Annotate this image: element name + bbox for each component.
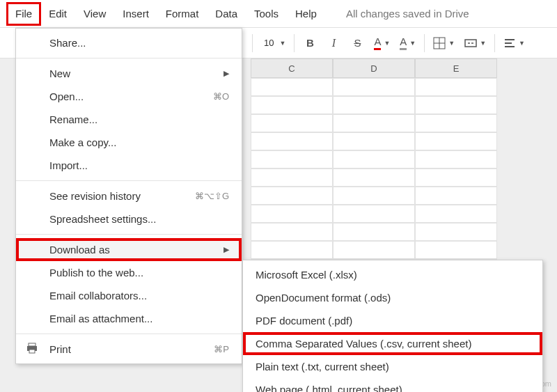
- cell[interactable]: [251, 187, 333, 205]
- font-size-selector[interactable]: 10 ▼: [258, 33, 288, 54]
- table-row: [251, 114, 557, 132]
- cell[interactable]: [333, 187, 415, 205]
- column-header[interactable]: D: [333, 58, 415, 78]
- cell[interactable]: [415, 205, 497, 223]
- print-icon: [26, 342, 38, 356]
- cell[interactable]: [333, 78, 415, 96]
- table-row: [251, 187, 557, 205]
- chevron-down-icon: ▼: [279, 40, 285, 47]
- cell[interactable]: [333, 205, 415, 223]
- menu-item-make-copy[interactable]: Make a copy...: [16, 131, 242, 154]
- bold-button[interactable]: B: [300, 33, 320, 54]
- table-row: [251, 150, 557, 168]
- toolbar-separator: [252, 34, 253, 52]
- cell[interactable]: [251, 205, 333, 223]
- cell[interactable]: [251, 78, 333, 96]
- strikethrough-button[interactable]: S: [347, 33, 367, 54]
- cell[interactable]: [415, 132, 497, 150]
- cell[interactable]: [415, 150, 497, 168]
- table-row: [251, 96, 557, 114]
- cell[interactable]: [415, 241, 497, 259]
- cell[interactable]: [415, 114, 497, 132]
- menu-item-label: New: [49, 68, 70, 79]
- menu-item-download-as[interactable]: Download as▶: [16, 238, 242, 261]
- cell[interactable]: [251, 241, 333, 259]
- cell[interactable]: [251, 96, 333, 114]
- submenu-item-ods[interactable]: OpenDocument format (.ods): [243, 286, 542, 309]
- submenu-item-xlsx[interactable]: Microsoft Excel (.xlsx): [243, 263, 542, 286]
- menu-item-label: Print: [49, 343, 71, 355]
- menu-item-label: Rename...: [49, 113, 97, 125]
- svg-rect-9: [29, 350, 35, 353]
- menu-item-label: Open...: [49, 91, 84, 102]
- menu-item-label: Email as attachment...: [49, 313, 152, 324]
- toolbar-separator: [294, 34, 295, 52]
- submenu-arrow-icon: ▶: [223, 69, 229, 78]
- cell[interactable]: [415, 96, 497, 114]
- borders-button[interactable]: ▼: [430, 33, 457, 54]
- menu-separator: [16, 58, 242, 58]
- menu-format[interactable]: Format: [157, 3, 207, 25]
- align-button[interactable]: ▼: [501, 33, 528, 54]
- menu-item-email-collaborators[interactable]: Email collaborators...: [16, 284, 242, 307]
- menu-item-import[interactable]: Import...: [16, 154, 242, 177]
- menu-item-revision-history[interactable]: See revision history⌘⌥⇧G: [16, 185, 242, 207]
- cell[interactable]: [333, 223, 415, 241]
- cell[interactable]: [415, 78, 497, 96]
- menu-item-print[interactable]: Print⌘P: [16, 338, 242, 361]
- cell[interactable]: [415, 168, 497, 187]
- menu-help[interactable]: Help: [287, 3, 325, 25]
- font-size-value: 10: [261, 38, 276, 48]
- menu-view[interactable]: View: [75, 3, 114, 25]
- menu-item-new[interactable]: New▶: [16, 62, 242, 85]
- text-color-icon: A: [374, 36, 381, 50]
- cell[interactable]: [251, 168, 333, 187]
- text-color-button[interactable]: A ▼: [371, 33, 393, 54]
- column-header[interactable]: C: [251, 58, 333, 78]
- fill-color-button[interactable]: A ▼: [397, 33, 418, 54]
- chevron-down-icon: ▼: [384, 40, 390, 47]
- cell[interactable]: [251, 114, 333, 132]
- borders-icon: [433, 37, 446, 49]
- submenu-item-txt[interactable]: Plain text (.txt, current sheet): [243, 355, 542, 378]
- cell[interactable]: [251, 132, 333, 150]
- cell[interactable]: [333, 150, 415, 168]
- save-status: All changes saved in Drive: [346, 8, 469, 19]
- submenu-item-csv[interactable]: Comma Separated Values (.csv, current sh…: [243, 332, 542, 355]
- cell[interactable]: [333, 168, 415, 187]
- rows: [251, 78, 557, 277]
- menu-data[interactable]: Data: [207, 3, 246, 25]
- menu-item-email-attachment[interactable]: Email as attachment...: [16, 307, 242, 330]
- menu-item-spreadsheet-settings[interactable]: Spreadsheet settings...: [16, 207, 242, 230]
- chevron-down-icon: ▼: [448, 40, 455, 47]
- menu-item-open[interactable]: Open...⌘O: [16, 85, 242, 108]
- menu-tools[interactable]: Tools: [246, 3, 287, 25]
- menu-item-label: Make a copy...: [49, 136, 116, 148]
- menu-edit[interactable]: Edit: [40, 3, 75, 25]
- submenu-item-html[interactable]: Web page (.html, current sheet): [243, 378, 542, 392]
- cell[interactable]: [415, 187, 497, 205]
- cell[interactable]: [251, 150, 333, 168]
- fill-color-icon: A: [400, 36, 407, 50]
- cell[interactable]: [333, 241, 415, 259]
- column-header[interactable]: E: [415, 58, 497, 78]
- toolbar-separator: [424, 34, 425, 52]
- table-row: [251, 78, 557, 96]
- italic-button[interactable]: I: [324, 33, 343, 54]
- submenu-item-pdf[interactable]: PDF document (.pdf): [243, 309, 542, 332]
- cell[interactable]: [415, 223, 497, 241]
- cell[interactable]: [333, 132, 415, 150]
- table-row: [251, 132, 557, 150]
- menu-separator: [16, 334, 242, 334]
- cell[interactable]: [251, 223, 333, 241]
- cell[interactable]: [333, 114, 415, 132]
- menu-item-share[interactable]: Share...: [16, 31, 242, 54]
- cell[interactable]: [333, 96, 415, 114]
- merge-icon: [464, 37, 477, 49]
- menu-item-publish-web[interactable]: Publish to the web...: [16, 261, 242, 284]
- menu-file[interactable]: File: [7, 3, 40, 25]
- svg-rect-3: [465, 40, 476, 47]
- merge-button[interactable]: ▼: [462, 33, 489, 54]
- menu-insert[interactable]: Insert: [114, 3, 157, 25]
- menu-item-rename[interactable]: Rename...: [16, 108, 242, 131]
